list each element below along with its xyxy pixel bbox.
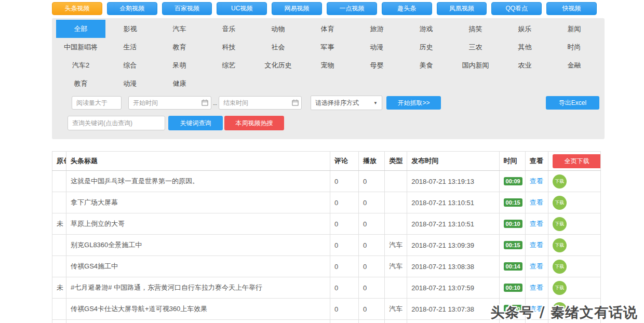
sort-select[interactable]: 请选择排序方式 ▼ (311, 96, 382, 110)
category-item[interactable]: 娱乐 (500, 20, 549, 38)
category-item[interactable]: 文化历史 (253, 56, 303, 74)
platform-tab[interactable]: 一点视频 (327, 2, 377, 15)
table-row: 这就是中国乒乓球一直是世界第一的原因。 0 0 2018-07-21 13:19… (52, 171, 601, 192)
category-item[interactable]: 三农 (451, 38, 500, 56)
category-item[interactable]: 呆萌 (155, 56, 204, 74)
platform-tab[interactable]: 凤凰视频 (437, 2, 487, 15)
download-button[interactable]: 下载 (553, 217, 567, 231)
end-time-input[interactable] (219, 96, 302, 110)
category-item[interactable]: 综合 (105, 56, 155, 74)
calendar-icon[interactable] (292, 99, 299, 106)
video-table: 原创 头条标题 评论 播放 类型 发布时间 时间 查看 全页下载 这就是中国乒乓… (52, 151, 601, 323)
category-item[interactable]: 科技 (204, 38, 253, 56)
category-item[interactable]: 汽车 (155, 20, 204, 38)
download-button[interactable]: 下载 (553, 238, 567, 252)
platform-tab[interactable]: 快视频 (546, 2, 597, 15)
video-type: 汽车 (385, 256, 407, 277)
start-crawl-button[interactable]: 开始抓取>> (386, 96, 441, 110)
table-row: 未 #七月避暑游# 中国路通，东营黄河口自行车拉力赛今天上午举行 0 0 201… (52, 277, 601, 299)
category-item[interactable]: 综艺 (204, 56, 253, 74)
keyword-query-button[interactable]: 关键词查询 (168, 116, 223, 130)
read-count-input[interactable] (72, 96, 122, 110)
header-title: 头条标题 (66, 152, 330, 171)
date-range-separator: -- (213, 101, 217, 108)
publish-time: 2018-07-21 13:09:39 (407, 235, 499, 256)
category-item[interactable]: 社会 (253, 38, 303, 56)
view-link[interactable]: 查看 (530, 284, 543, 291)
category-item[interactable]: 母婴 (352, 56, 401, 74)
category-item[interactable]: 历史 (401, 38, 451, 56)
video-title: 传祺GS4卡仕达大屏导航+道可视360上车效果 (66, 299, 330, 320)
keyword-input[interactable] (68, 116, 165, 130)
export-excel-button[interactable]: 导出Excel (546, 96, 599, 110)
category-item[interactable]: 健康 (155, 74, 204, 92)
original-flag (52, 256, 66, 277)
category-item[interactable]: 全部 (56, 20, 105, 38)
category-item[interactable]: 音乐 (204, 20, 253, 38)
category-item[interactable]: 生活 (105, 38, 155, 56)
play-count: 0 (359, 256, 385, 277)
publish-time: 2018-07-21 13:07:38 (407, 299, 499, 320)
play-count: 0 (359, 277, 385, 299)
category-item[interactable]: 宠物 (303, 56, 352, 74)
download-button[interactable]: 下载 (553, 260, 567, 274)
category-item[interactable]: 中国新唱将 (56, 38, 105, 56)
category-item[interactable]: 动漫 (352, 38, 401, 56)
header-download-all: 全页下载 (548, 152, 600, 171)
duration-badge: 00:15 (504, 198, 522, 207)
download-all-button[interactable]: 全页下载 (553, 154, 601, 168)
category-item[interactable]: 其他 (500, 38, 549, 56)
platform-tab[interactable]: QQ看点 (491, 2, 542, 15)
category-item[interactable]: 新闻 (549, 20, 599, 38)
platform-tab[interactable]: 百家视频 (162, 2, 212, 15)
category-item[interactable]: 旅游 (352, 20, 401, 38)
category-item[interactable]: 军事 (303, 38, 352, 56)
category-item[interactable]: 时尚 (549, 38, 599, 56)
publish-time: 2018-07-21 13:08:38 (407, 256, 499, 277)
header-duration: 时间 (499, 152, 525, 171)
category-item[interactable]: 美食 (401, 56, 451, 74)
video-type (385, 192, 407, 213)
calendar-icon[interactable] (202, 99, 208, 106)
chevron-down-icon: ▼ (373, 101, 378, 105)
category-item[interactable]: 影视 (105, 20, 155, 38)
category-item[interactable]: 体育 (303, 20, 352, 38)
video-title: 草原上倒立的大哥 (66, 213, 330, 235)
view-link[interactable]: 查看 (530, 177, 543, 185)
download-button[interactable]: 下载 (553, 196, 567, 210)
table-row: 别克GL8360全景施工中 0 0 汽车 2018-07-21 13:09:39… (52, 235, 601, 256)
download-button[interactable]: 下载 (553, 174, 567, 189)
category-item[interactable]: 汽车2 (56, 56, 105, 74)
category-item[interactable]: 游戏 (401, 20, 451, 38)
platform-tab[interactable]: 企鹅视频 (107, 2, 157, 15)
category-item[interactable]: 教育 (155, 38, 204, 56)
platform-tab[interactable]: UC视频 (217, 2, 267, 15)
view-link[interactable]: 查看 (530, 220, 543, 227)
category-item[interactable]: 动漫 (105, 74, 155, 92)
header-type: 类型 (385, 152, 407, 171)
view-link[interactable]: 查看 (530, 241, 543, 249)
filter-panel: 全部影视汽车音乐动物体育旅游游戏搞笑娱乐新闻中国新唱将生活教育科技社会军事动漫历… (52, 18, 605, 139)
category-item[interactable]: 搞笑 (451, 20, 500, 38)
header-publish-time: 发布时间 (407, 152, 499, 171)
original-flag: 未 (52, 213, 66, 235)
weekly-hot-button[interactable]: 本周视频热搜 (224, 116, 284, 130)
watermark: 头条号 / 秦绪文有话说 (490, 303, 638, 322)
category-item[interactable]: 金融 (549, 56, 599, 74)
platform-tab[interactable]: 头条视频 (52, 2, 102, 15)
view-link[interactable]: 查看 (530, 262, 543, 270)
app-window: 头条视频企鹅视频百家视频UC视频网易视频一点视频趣头条凤凰视频QQ看点快视频 全… (0, 0, 644, 323)
download-button[interactable]: 下载 (553, 281, 567, 295)
category-item[interactable]: 教育 (56, 74, 105, 92)
start-time-input[interactable] (128, 96, 211, 110)
category-item[interactable]: 动物 (253, 20, 303, 38)
category-item[interactable]: 农业 (500, 56, 549, 74)
comment-count: 0 (330, 299, 359, 320)
view-link[interactable]: 查看 (530, 198, 543, 206)
original-flag (52, 192, 66, 213)
platform-tab[interactable]: 网易视频 (272, 2, 322, 15)
platform-tab[interactable]: 趣头条 (382, 2, 432, 15)
category-item[interactable]: 国内新闻 (451, 56, 500, 74)
header-view: 查看 (525, 152, 548, 171)
duration-badge: 00:10 (504, 284, 522, 292)
